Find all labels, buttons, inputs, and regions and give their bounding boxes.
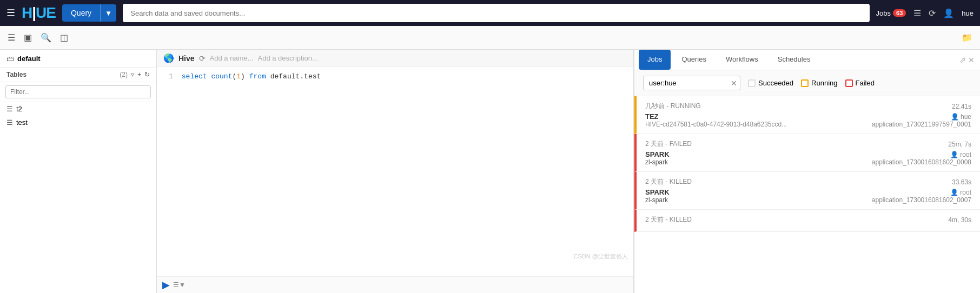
editor-desc-field[interactable]: Add a description...: [258, 54, 318, 62]
editor-line-1: 1 select count(1) from default.test: [162, 72, 628, 81]
job-row2: SPARK 👤 root: [645, 150, 971, 158]
history-icon[interactable]: ⟳: [929, 8, 936, 18]
jobs-count-badge: 63: [893, 9, 906, 17]
add-table-icon[interactable]: +: [137, 71, 141, 78]
job-duration: 25m, 7s: [948, 141, 971, 148]
sidebar-database-header: 🗃 default: [0, 50, 156, 68]
tab-schedules[interactable]: Schedules: [769, 50, 819, 70]
close-panel-icon[interactable]: ✕: [968, 56, 975, 64]
sql-keyword-from: from: [249, 72, 270, 81]
global-search-input[interactable]: [123, 4, 869, 22]
list-view-icon[interactable]: ☰: [913, 8, 921, 18]
job-engine: SPARK: [645, 150, 670, 158]
table-icon: ☰: [6, 118, 13, 126]
job-row2: TEZ 👤 hue: [645, 112, 971, 121]
editor-area: 🌎 Hive ⟳ Add a name... Add a description…: [157, 50, 634, 293]
job-row2-id: HIVE-cd247581-c0a0-4742-9013-d48a6235ccd…: [645, 121, 971, 128]
line-number: 1: [162, 72, 173, 81]
expand-icon[interactable]: ⇗: [959, 56, 966, 64]
query-main-button[interactable]: Query: [62, 4, 100, 22]
main-layout: 🗃 default Tables (2) ▿ + ↻ ☰ t2 ☰ test 🌎: [0, 50, 980, 293]
list-item[interactable]: ☰ t2: [0, 102, 156, 116]
filter-succeeded[interactable]: Succeeded: [748, 79, 793, 87]
table-row[interactable]: 几秒前 - RUNNING 22.41s TEZ 👤 hue HIVE-cd24…: [634, 96, 980, 134]
query-button-group[interactable]: Query ▼: [62, 4, 116, 22]
jobs-tabs: Jobs Queries Workflows Schedules: [634, 50, 954, 70]
job-name: zl-spark: [645, 196, 668, 204]
job-app-id: application_1730016081602_0008: [872, 158, 971, 166]
job-item-header: 2 天前 - FAILED 25m, 7s: [645, 139, 971, 149]
user-label[interactable]: hue: [962, 9, 974, 17]
job-id: HIVE-cd247581-c0a0-4742-9013-d48a6235ccd…: [645, 121, 787, 128]
hue-logo: H|UE: [22, 4, 56, 22]
job-row2-id: zl-spark application_1730016081602_0007: [645, 196, 971, 204]
editor-more-options[interactable]: ☰▼: [173, 281, 186, 289]
copy-icon[interactable]: ▣: [22, 30, 34, 45]
jobs-nav-item[interactable]: Jobs 63: [876, 9, 906, 17]
table-row[interactable]: 2 天前 - KILLED 4m, 30s: [634, 210, 980, 232]
panel-resize-icons: ⇗ ✕: [954, 51, 980, 69]
filter-running[interactable]: Running: [801, 79, 837, 87]
table-filter-input[interactable]: [5, 85, 151, 98]
user-nav-icon: 👤: [943, 8, 954, 18]
job-user: 👤 root: [950, 151, 971, 158]
jobs-list: 几秒前 - RUNNING 22.41s TEZ 👤 hue HIVE-cd24…: [634, 96, 980, 293]
query-dropdown-button[interactable]: ▼: [100, 4, 116, 22]
run-button[interactable]: ▶: [162, 279, 170, 291]
job-status-time: 几秒前 - RUNNING: [645, 102, 701, 111]
succeeded-checkbox[interactable]: [748, 79, 756, 87]
editor-history-icon[interactable]: ⟳: [199, 54, 206, 63]
editor-engine-label: Hive: [178, 54, 195, 63]
job-status-time: 2 天前 - KILLED: [645, 215, 692, 224]
running-checkbox[interactable]: [801, 79, 809, 87]
job-name: zl-spark: [645, 158, 668, 166]
refresh-tables-icon[interactable]: ↻: [144, 71, 150, 78]
job-duration: 33.63s: [952, 178, 971, 186]
job-user: 👤 root: [950, 189, 971, 196]
sql-number: 1: [236, 72, 241, 81]
job-status-time: 2 天前 - KILLED: [645, 177, 692, 187]
hamburger-menu-icon[interactable]: ☰: [6, 7, 15, 19]
editor-bottom-bar: ▶ ☰▼: [157, 276, 633, 293]
failed-checkbox[interactable]: [845, 79, 853, 87]
job-app-id: application_1730211997597_0001: [872, 121, 971, 128]
tab-jobs[interactable]: Jobs: [639, 50, 671, 70]
folder-icon[interactable]: 📁: [959, 30, 975, 45]
sql-keyword-select: select: [182, 72, 211, 81]
job-app-id: application_1730016081602_0007: [872, 196, 971, 204]
nav-right-section: Jobs 63 ☰ ⟳ 👤 hue: [876, 8, 974, 18]
job-item-header: 2 天前 - KILLED 33.63s: [645, 177, 971, 187]
filter-icon[interactable]: ▿: [131, 71, 134, 78]
table-name: t2: [16, 105, 22, 113]
tab-workflows[interactable]: Workflows: [717, 50, 767, 70]
second-toolbar: ☰ ▣ 🔍 ◫ 📁: [0, 26, 980, 50]
sql-func-count: count: [211, 72, 232, 81]
job-engine: TEZ: [645, 112, 659, 121]
job-status-time: 2 天前 - FAILED: [645, 139, 692, 149]
menu-icon[interactable]: ☰: [5, 30, 17, 45]
editor-name-field[interactable]: Add a name...: [210, 54, 254, 62]
sidebar-database-name[interactable]: default: [17, 55, 41, 63]
editor-content[interactable]: 1 select count(1) from default.test: [157, 67, 633, 276]
job-row2-id: zl-spark application_1730016081602_0008: [645, 158, 971, 166]
jobs-search-input[interactable]: [643, 76, 740, 90]
grid-icon[interactable]: ◫: [58, 30, 70, 45]
tab-queries[interactable]: Queries: [673, 50, 715, 70]
filter-checkbox-group: Succeeded Running Failed: [748, 79, 875, 87]
sql-paren-close: ): [241, 72, 249, 81]
job-duration: 22.41s: [952, 103, 971, 110]
jobs-search-clear-icon[interactable]: ✕: [731, 79, 737, 88]
filter-failed[interactable]: Failed: [845, 79, 875, 87]
job-engine: SPARK: [645, 188, 670, 196]
list-item[interactable]: ☰ test: [0, 116, 156, 129]
table-row[interactable]: 2 天前 - KILLED 33.63s SPARK 👤 root zl-spa…: [634, 172, 980, 210]
sidebar: 🗃 default Tables (2) ▿ + ↻ ☰ t2 ☰ test: [0, 50, 157, 293]
failed-label: Failed: [856, 79, 875, 87]
sidebar-filter-section: [0, 82, 156, 102]
job-item-header: 2 天前 - KILLED 4m, 30s: [645, 215, 971, 224]
job-item-header: 几秒前 - RUNNING 22.41s: [645, 102, 971, 111]
table-name: test: [16, 118, 28, 126]
table-row[interactable]: 2 天前 - FAILED 25m, 7s SPARK 👤 root zl-sp…: [634, 134, 980, 172]
search-icon[interactable]: 🔍: [38, 30, 54, 45]
top-navigation: ☰ H|UE Query ▼ Jobs 63 ☰ ⟳ 👤 hue: [0, 0, 980, 26]
